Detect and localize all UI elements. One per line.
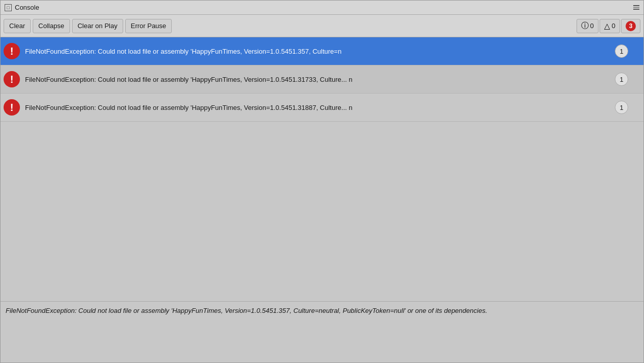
title-bar: □ Console — [1, 1, 643, 15]
error-count: 3 — [629, 22, 633, 30]
info-filter-button[interactable]: ⓘ 0 — [577, 19, 599, 33]
warning-count: 0 — [612, 22, 615, 30]
toolbar: Clear Collapse Clear on Play Error Pause… — [1, 15, 643, 37]
window-title: Console — [15, 4, 39, 11]
console-window: □ Console Clear Collapse Clear on Play E… — [0, 0, 644, 363]
detail-panel: FileNotFoundException: Could not load fi… — [1, 301, 643, 362]
clear-on-play-button[interactable]: Clear on Play — [72, 19, 123, 33]
count-badge: 1 — [615, 73, 628, 86]
warning-icon: △ — [604, 21, 610, 31]
error-icon — [4, 43, 20, 59]
count-badge: 1 — [615, 101, 628, 114]
info-count: 0 — [590, 22, 594, 30]
menu-icon[interactable] — [633, 5, 639, 10]
error-icon — [4, 71, 20, 87]
count-badge: 1 — [615, 44, 628, 58]
log-text: FileNotFoundException: Could not load fi… — [25, 48, 640, 55]
log-text: FileNotFoundException: Could not load fi… — [25, 76, 640, 83]
error-pause-button[interactable]: Error Pause — [125, 19, 172, 33]
error-icon — [4, 99, 20, 116]
error-badge: 3 — [626, 21, 636, 31]
log-text: FileNotFoundException: Could not load fi… — [25, 104, 640, 111]
warning-filter-button[interactable]: △ 0 — [600, 19, 620, 33]
collapse-button[interactable]: Collapse — [33, 19, 70, 33]
log-filters: ⓘ 0 △ 0 3 — [577, 19, 640, 33]
table-row[interactable]: FileNotFoundException: Could not load fi… — [1, 94, 643, 122]
error-filter-button[interactable]: 3 — [621, 19, 640, 33]
table-row[interactable]: FileNotFoundException: Could not load fi… — [1, 37, 643, 65]
window-icon: □ — [5, 4, 12, 11]
clear-button[interactable]: Clear — [4, 19, 31, 33]
log-list: FileNotFoundException: Could not load fi… — [1, 37, 643, 301]
info-icon: ⓘ — [581, 21, 589, 31]
table-row[interactable]: FileNotFoundException: Could not load fi… — [1, 65, 643, 94]
detail-text: FileNotFoundException: Could not load fi… — [6, 306, 638, 316]
